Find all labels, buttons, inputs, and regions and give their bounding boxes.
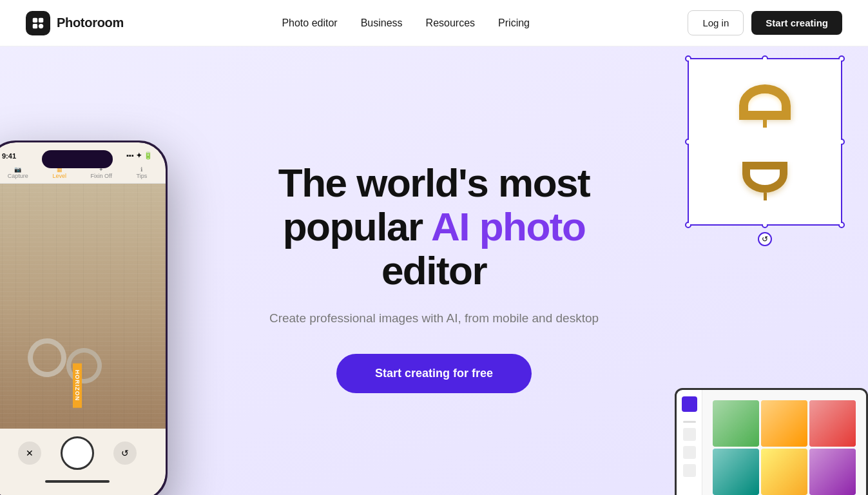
grid-item-6	[809, 449, 856, 495]
login-button[interactable]: Log in	[688, 10, 744, 35]
hero-title-part2: editor	[381, 248, 487, 293]
svg-rect-1	[39, 17, 43, 22]
sidebar-icon-3	[683, 464, 696, 477]
phone-signal: ▪▪▪ ✦ 🔋	[126, 151, 153, 160]
hero-subtitle: Create professional images with AI, from…	[254, 309, 615, 328]
nav-link-business[interactable]: Business	[361, 17, 403, 28]
laptop-main-area	[702, 390, 866, 495]
hero-title-highlight: AI photo	[431, 204, 585, 249]
nav-item-photo-editor[interactable]: Photo editor	[282, 17, 337, 29]
earring-background	[689, 59, 841, 224]
nav-links: Photo editor Business Resources Pricing	[282, 17, 530, 29]
svg-rect-0	[33, 17, 37, 22]
earring-post-top	[763, 119, 767, 128]
home-indicator	[45, 480, 110, 483]
svg-point-3	[39, 23, 43, 28]
sidebar-logo	[682, 396, 697, 412]
ring-jewelry-2	[63, 344, 106, 387]
earring-bottom	[742, 162, 787, 199]
nav-link-photo-editor[interactable]: Photo editor	[282, 17, 337, 28]
volume-button-2	[166, 236, 168, 255]
start-creating-button[interactable]: Start creating	[751, 11, 842, 35]
navbar: Photoroom Photo editor Business Resource…	[0, 0, 868, 46]
grid-item-2	[761, 400, 807, 447]
grid-item-1	[713, 400, 759, 447]
cta-button[interactable]: Start creating for free	[336, 354, 532, 393]
app-bar-tips: ℹTips	[137, 166, 148, 179]
nav-link-resources[interactable]: Resources	[426, 17, 475, 28]
rotate-handle: ↺	[758, 232, 772, 246]
photo-label: HORIZON	[73, 364, 82, 408]
toolbar-btn-rotate: ↺	[113, 442, 137, 465]
nav-item-business[interactable]: Business	[361, 17, 403, 29]
grid-item-4	[713, 449, 759, 495]
svg-rect-2	[33, 23, 37, 28]
phone-mockup: 9:41 ▪▪▪ ✦ 🔋 📷Capture ▦Level ✦Fixin Off …	[0, 141, 193, 495]
earring-illustration: ↺	[681, 52, 849, 232]
phone-time: 9:41	[2, 152, 16, 160]
phone-screen: 9:41 ▪▪▪ ✦ 🔋 📷Capture ▦Level ✦Fixin Off …	[0, 142, 166, 495]
sidebar-icon-2	[683, 446, 696, 459]
volume-button-1	[166, 207, 168, 226]
photoroom-icon	[31, 16, 45, 30]
app-bar-level: ▦Level	[52, 166, 66, 179]
nav-item-resources[interactable]: Resources	[426, 17, 475, 29]
gold-hoop-top	[739, 84, 791, 120]
hero-title: The world's most popular AI photo editor	[254, 161, 615, 293]
app-bar-capture: 📷Capture	[8, 166, 28, 179]
laptop-screen	[675, 388, 868, 495]
nav-actions: Log in Start creating	[688, 10, 842, 35]
laptop-mockup	[675, 388, 868, 495]
phone-bottom-toolbar: ✕ ↺	[0, 429, 166, 478]
logo-text: Photoroom	[57, 15, 124, 30]
app-bar-fixin: ✦Fixin Off	[91, 166, 112, 179]
grid-item-5	[761, 449, 807, 495]
sidebar-divider	[683, 421, 696, 423]
laptop-image-grid	[708, 395, 861, 495]
hero-content: The world's most popular AI photo editor…	[241, 122, 628, 419]
sidebar-icon-1	[683, 428, 696, 441]
toolbar-btn-shutter	[61, 436, 94, 470]
nav-item-pricing[interactable]: Pricing	[498, 17, 530, 29]
phone-outer-shell: 9:41 ▪▪▪ ✦ 🔋 📷Capture ▦Level ✦Fixin Off …	[0, 141, 168, 495]
earring-top	[739, 84, 791, 128]
toolbar-btn-x: ✕	[18, 442, 41, 465]
ring-jewelry-1	[24, 335, 70, 380]
selection-box: ↺	[681, 52, 849, 232]
logo-icon	[26, 11, 50, 35]
hero-section: 9:41 ▪▪▪ ✦ 🔋 📷Capture ▦Level ✦Fixin Off …	[0, 0, 868, 495]
phone-image-content: HORIZON	[0, 184, 166, 429]
phone-notch	[42, 150, 113, 168]
logo-link[interactable]: Photoroom	[26, 11, 124, 35]
laptop-sidebar	[677, 390, 702, 495]
gold-hoop-bottom	[742, 162, 787, 193]
grid-item-3	[809, 400, 856, 447]
nav-link-pricing[interactable]: Pricing	[498, 17, 530, 28]
earring-post-bottom	[764, 193, 767, 200]
